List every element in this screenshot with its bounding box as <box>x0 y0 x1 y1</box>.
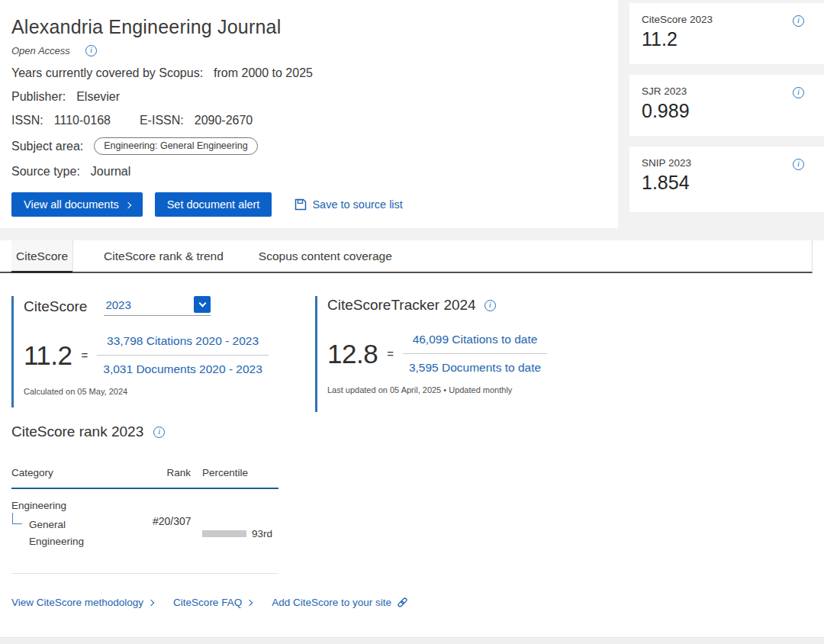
rank-heading: CiteScore rank 2023 <box>11 423 143 441</box>
snip-metric-label: SNIP 2023 <box>642 157 812 169</box>
tree-connector-icon <box>12 513 22 524</box>
tracker-info-icon[interactable] <box>484 300 496 311</box>
issn-value: 1110-0168 <box>54 114 111 127</box>
chevron-down-icon <box>198 300 206 308</box>
open-access-row: Open Access <box>11 45 618 56</box>
column-rank: Rank <box>153 467 191 478</box>
citescore-metric-value: 11.2 <box>642 28 812 50</box>
documents-count-link[interactable]: 3,031 Documents 2020 - 2023 <box>97 355 269 376</box>
open-access-info-icon[interactable] <box>85 45 97 56</box>
publisher-label: Publisher: <box>11 90 66 104</box>
tab-scopus-content-coverage[interactable]: Scopus content coverage <box>254 240 397 272</box>
citescore-calculation: 11.2 = 33,798 Citations 2020 - 2023 3,03… <box>24 334 295 376</box>
source-type-value: Journal <box>91 165 130 179</box>
methodology-label: View CiteScore methodology <box>11 597 143 608</box>
publisher-value: Elsevier <box>76 90 120 104</box>
actions-row: View all documents Set document alert Sa… <box>11 192 618 217</box>
citescore-value: 11.2 <box>24 340 72 371</box>
citescore-footnote: Calculated on 05 May, 2024 <box>24 387 295 396</box>
tab-citescore-rank-trend-label: CiteScore rank & trend <box>104 250 224 263</box>
issn-label: ISSN: <box>11 114 43 127</box>
chevron-right-icon <box>246 600 253 606</box>
citescore-panel-head: CiteScore 2023 <box>24 296 295 316</box>
rank-section-head: CiteScore rank 2023 <box>11 423 165 441</box>
citescore-metric-info-icon[interactable] <box>793 15 804 27</box>
tab-citescore-rank-trend[interactable]: CiteScore rank & trend <box>99 240 228 272</box>
snip-metric-card: SNIP 2023 1.854 <box>629 147 824 212</box>
faq-label: CiteScore FAQ <box>173 597 242 608</box>
tracker-calculation: 12.8 = 46,099 Citations to date 3,595 Do… <box>327 333 613 375</box>
eissn-value: 2090-2670 <box>195 114 253 127</box>
scopus-source-page: Alexandria Engineering Journal Open Acce… <box>0 0 824 644</box>
chevron-right-icon <box>148 600 154 606</box>
tracker-footnote: Last updated on 05 April, 2025 • Updated… <box>327 385 613 394</box>
view-all-documents-label: View all documents <box>24 198 119 211</box>
tracker-fraction: 46,099 Citations to date 3,595 Documents… <box>403 333 547 375</box>
category-parent: Engineering <box>11 500 153 511</box>
tracker-value: 12.8 <box>327 339 378 369</box>
percentile-cell: 93rd <box>191 500 278 550</box>
tracker-heading: CiteScoreTracker 2024 <box>327 296 476 314</box>
tracker-citations-link[interactable]: 46,099 Citations to date <box>407 333 544 353</box>
chevron-right-icon <box>124 201 130 208</box>
category-tree: General Engineering <box>11 513 153 550</box>
years-covered-row: Years currently covered by Scopus: from … <box>11 66 618 80</box>
years-covered-label: Years currently covered by Scopus: <box>11 66 203 80</box>
tab-bar-inner: CiteScore CiteScore rank & trend Scopus … <box>0 240 813 273</box>
sjr-metric-info-icon[interactable] <box>793 87 804 98</box>
citescore-faq-link[interactable]: CiteScore FAQ <box>173 597 252 608</box>
tab-citescore-label: CiteScore <box>16 250 68 263</box>
citations-count-link[interactable]: 33,798 Citations 2020 - 2023 <box>101 334 265 355</box>
subject-area-row: Subject area: Engineering: General Engin… <box>11 137 618 155</box>
open-access-label: Open Access <box>11 45 70 56</box>
view-all-documents-button[interactable]: View all documents <box>11 192 143 217</box>
citescore-year-select[interactable]: 2023 <box>104 296 211 316</box>
category-child: General Engineering <box>29 513 99 550</box>
equals-sign: = <box>82 349 89 362</box>
publisher-row: Publisher: Elsevier <box>11 90 618 104</box>
rank-info-icon[interactable] <box>153 427 165 438</box>
rank-cell: #20/307 <box>153 500 191 550</box>
footer-links: View CiteScore methodology CiteScore FAQ… <box>11 597 408 608</box>
issn-row: ISSN: 1110-0168 E-ISSN: 2090-2670 <box>11 114 618 127</box>
subject-area-label: Subject area: <box>11 140 83 153</box>
journal-info-panel: Alexandria Engineering Journal Open Acce… <box>0 0 618 228</box>
percentile-bar <box>202 530 246 537</box>
years-covered-value: from 2000 to 2025 <box>214 66 313 80</box>
citescore-metric-card: CiteScore 2023 11.2 <box>629 3 824 64</box>
add-to-site-label: Add CiteScore to your site <box>272 597 391 608</box>
tracker-documents-link[interactable]: 3,595 Documents to date <box>403 353 547 375</box>
add-citescore-to-site-link[interactable]: Add CiteScore to your site <box>272 597 408 608</box>
tab-bar: CiteScore CiteScore rank & trend Scopus … <box>0 240 824 273</box>
column-percentile: Percentile <box>191 467 278 478</box>
divider-band <box>0 228 824 240</box>
category-cell: Engineering General Engineering <box>11 500 153 550</box>
citescore-metric-label: CiteScore 2023 <box>642 14 812 25</box>
citescore-heading: CiteScore <box>24 298 87 316</box>
sjr-metric-label: SJR 2023 <box>642 85 812 97</box>
view-citescore-methodology-link[interactable]: View CiteScore methodology <box>11 597 153 608</box>
tab-citescore[interactable]: CiteScore <box>11 240 73 272</box>
subject-area-chip[interactable]: Engineering: General Engineering <box>94 137 257 155</box>
citescore-year-value: 2023 <box>105 298 130 311</box>
percentile-value: 93rd <box>252 528 272 539</box>
citescore-year-dropdown-button[interactable] <box>194 296 211 313</box>
citescore-tracker-panel: CiteScoreTracker 2024 12.8 = 46,099 Cita… <box>315 296 613 412</box>
page-footer-strip <box>0 637 824 644</box>
sjr-metric-value: 0.989 <box>642 100 812 122</box>
set-document-alert-label: Set document alert <box>167 198 260 211</box>
rank-table-header: Category Rank Percentile <box>11 462 278 489</box>
set-document-alert-button[interactable]: Set document alert <box>155 192 272 217</box>
link-icon <box>397 597 408 608</box>
sjr-metric-card: SJR 2023 0.989 <box>629 75 824 136</box>
snip-metric-info-icon[interactable] <box>793 159 804 170</box>
citescore-fraction: 33,798 Citations 2020 - 2023 3,031 Docum… <box>97 334 269 376</box>
page-title: Alexandria Engineering Journal <box>11 15 618 38</box>
save-to-source-list-link[interactable]: Save to source list <box>295 198 402 211</box>
equals-sign: = <box>387 347 394 360</box>
save-icon <box>295 198 307 211</box>
rank-table: Category Rank Percentile Engineering Gen… <box>11 462 278 574</box>
metrics-column: CiteScore 2023 11.2 SJR 2023 0.989 SNIP … <box>618 0 824 228</box>
table-row: Engineering General Engineering #20/307 … <box>11 489 278 574</box>
eissn-label: E-ISSN: <box>140 114 184 127</box>
